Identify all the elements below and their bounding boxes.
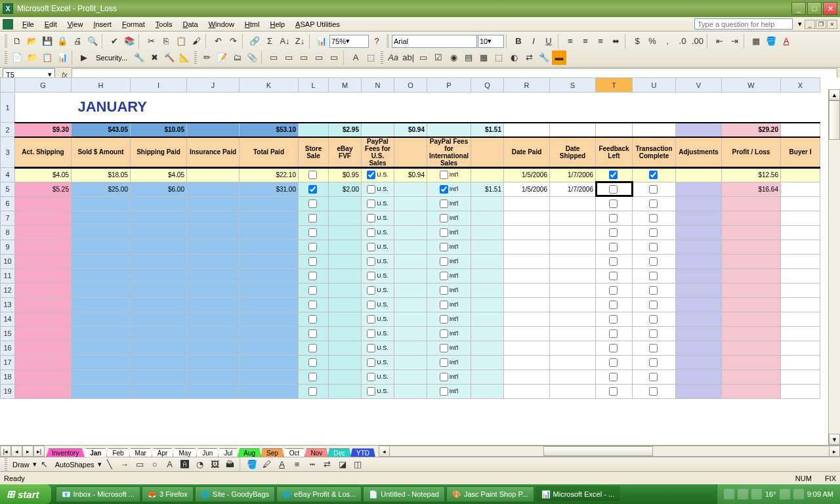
cell-R8[interactable] xyxy=(504,225,550,240)
save-icon[interactable]: 💾 xyxy=(40,34,54,49)
tb3-icon[interactable]: 📝 xyxy=(215,51,229,65)
textbox-icon[interactable]: A xyxy=(163,457,177,472)
cell-K11[interactable] xyxy=(240,268,299,283)
cell-J15[interactable] xyxy=(187,326,240,341)
cell-J12[interactable] xyxy=(187,283,240,297)
row-header-12[interactable]: 12 xyxy=(1,283,15,297)
cell-I11[interactable] xyxy=(131,268,187,283)
cell-H5[interactable]: $25.00 xyxy=(72,182,131,196)
totals-K[interactable]: $53.10 xyxy=(240,123,299,137)
store-sale-check[interactable] xyxy=(308,228,317,237)
select-all-corner[interactable] xyxy=(1,78,15,93)
cell-Q5[interactable]: $1.51 xyxy=(471,182,504,196)
print-preview-icon[interactable]: 🔍 xyxy=(85,34,100,49)
row-header-5[interactable]: 5 xyxy=(1,182,15,196)
complete-check[interactable] xyxy=(649,301,658,309)
cell-I8[interactable] xyxy=(131,225,187,240)
sort-desc-icon[interactable]: Z↓ xyxy=(293,34,307,49)
cell-S16[interactable] xyxy=(550,341,596,355)
cell-T18[interactable] xyxy=(596,369,633,384)
tb2-icon[interactable]: 📐 xyxy=(177,51,192,65)
cell-M11[interactable] xyxy=(329,268,362,283)
cell-G17[interactable] xyxy=(15,355,72,369)
totals-T[interactable] xyxy=(596,123,633,137)
intl-check[interactable] xyxy=(440,228,448,237)
us-check[interactable] xyxy=(367,185,375,194)
cell-X7[interactable] xyxy=(781,211,820,225)
complete-check[interactable] xyxy=(649,344,658,352)
cell-I6[interactable] xyxy=(131,196,187,211)
column-header-I[interactable]: I xyxy=(131,78,187,93)
store-sale-check[interactable] xyxy=(308,301,317,309)
colheader-H[interactable]: Sold $ Amount xyxy=(72,137,131,168)
cell-J5[interactable] xyxy=(187,182,240,196)
cell-K7[interactable] xyxy=(240,211,299,225)
cell-O10[interactable] xyxy=(394,254,427,268)
cell-J14[interactable] xyxy=(187,312,240,326)
row-header-4[interactable]: 4 xyxy=(1,167,15,182)
feedback-check[interactable] xyxy=(609,214,618,222)
cell-V9[interactable] xyxy=(676,240,722,254)
cell-M14[interactable] xyxy=(329,312,362,326)
cell-N17[interactable]: U.S. xyxy=(362,355,394,369)
line-icon[interactable]: ╲ xyxy=(102,457,117,472)
column-header-L[interactable]: L xyxy=(299,78,329,93)
us-check[interactable] xyxy=(367,272,375,280)
us-check[interactable] xyxy=(367,214,375,222)
totals-H[interactable]: $43.05 xyxy=(72,123,131,137)
us-check[interactable] xyxy=(367,373,375,381)
cell-O17[interactable] xyxy=(394,355,427,369)
cell-G6[interactable] xyxy=(15,196,72,211)
sheet-tab-mar[interactable]: Mar xyxy=(129,448,152,457)
cell-V7[interactable] xyxy=(676,211,722,225)
cell-P4[interactable]: Int'l xyxy=(427,167,471,182)
cell-J7[interactable] xyxy=(187,211,240,225)
cell-H7[interactable] xyxy=(72,211,131,225)
cell-X10[interactable] xyxy=(781,254,820,268)
cell-U8[interactable] xyxy=(633,225,676,240)
cell-T16[interactable] xyxy=(596,341,633,355)
cell-P7[interactable]: Int'l xyxy=(427,211,471,225)
tb3-icon[interactable]: ▭ xyxy=(327,51,341,65)
cell-R6[interactable] xyxy=(504,196,550,211)
cell-L10[interactable] xyxy=(299,254,329,268)
intl-check[interactable] xyxy=(440,171,448,179)
cell-G8[interactable] xyxy=(15,225,72,240)
store-sale-check[interactable] xyxy=(308,329,317,338)
autosum-icon[interactable]: Σ xyxy=(262,34,277,49)
row-header-10[interactable]: 10 xyxy=(1,254,15,268)
intl-check[interactable] xyxy=(440,344,448,352)
cell-P10[interactable]: Int'l xyxy=(427,254,471,268)
cell-N6[interactable]: U.S. xyxy=(362,196,394,211)
cell-I9[interactable] xyxy=(131,240,187,254)
cell-U17[interactable] xyxy=(633,355,676,369)
cell-W12[interactable] xyxy=(722,283,781,297)
cell-R13[interactable] xyxy=(504,297,550,312)
cell-L11[interactable] xyxy=(299,268,329,283)
cell-T9[interactable] xyxy=(596,240,633,254)
cell-M6[interactable] xyxy=(329,196,362,211)
store-sale-check[interactable] xyxy=(308,387,317,396)
cell-R9[interactable] xyxy=(504,240,550,254)
cell-J13[interactable] xyxy=(187,297,240,312)
complete-check[interactable] xyxy=(649,315,658,324)
cell-S15[interactable] xyxy=(550,326,596,341)
close-button[interactable]: ✕ xyxy=(823,2,837,15)
sheet-tab-sep[interactable]: Sep xyxy=(261,448,284,457)
cell-I5[interactable]: $6.00 xyxy=(131,182,187,196)
column-header-S[interactable]: S xyxy=(550,78,596,93)
cell-K14[interactable] xyxy=(240,312,299,326)
percent-icon[interactable]: % xyxy=(645,34,660,49)
sheet-tab-may[interactable]: May xyxy=(173,448,197,457)
cell-O19[interactable] xyxy=(394,384,427,398)
cell-V10[interactable] xyxy=(676,254,722,268)
totals-R[interactable] xyxy=(504,123,550,137)
feedback-check[interactable] xyxy=(609,228,618,237)
3d-icon[interactable]: ◫ xyxy=(350,457,365,472)
intl-check[interactable] xyxy=(440,272,448,280)
line-color-icon[interactable]: 🖊 xyxy=(260,457,274,472)
cell-T8[interactable] xyxy=(596,225,633,240)
tb3-icon[interactable]: 🗂 xyxy=(230,51,244,65)
us-check[interactable] xyxy=(367,171,375,179)
column-header-P[interactable]: P xyxy=(427,78,471,93)
